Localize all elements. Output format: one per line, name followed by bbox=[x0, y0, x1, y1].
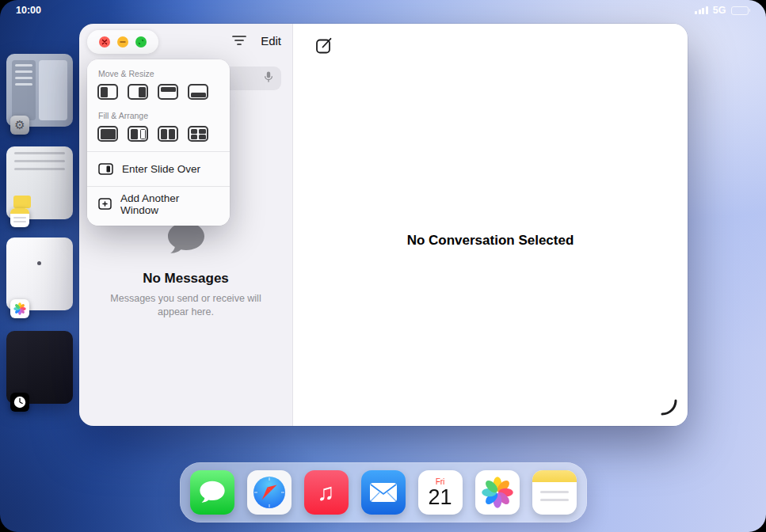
photos-flower-icon bbox=[10, 299, 29, 318]
dock-mail-icon[interactable] bbox=[361, 470, 406, 515]
sidebar-empty-state: No Messages Messages you send or receive… bbox=[79, 220, 292, 319]
window-resize-handle[interactable] bbox=[661, 399, 678, 420]
recent-app-clock[interactable] bbox=[6, 331, 73, 404]
window-controls-menu: Move & Resize Fill & Arrange Enter Slide… bbox=[87, 59, 230, 226]
network-type-label: 5G bbox=[713, 5, 726, 16]
conversation-area: No Conversation Selected bbox=[293, 24, 688, 426]
add-window-icon bbox=[98, 198, 112, 210]
recent-app-notes[interactable] bbox=[6, 146, 73, 219]
no-conversation-title: No Conversation Selected bbox=[293, 233, 688, 249]
status-indicators: 5G bbox=[695, 5, 750, 16]
dock-music-icon[interactable]: ♫ bbox=[304, 470, 349, 515]
battery-icon bbox=[731, 6, 751, 15]
move-resize-label: Move & Resize bbox=[87, 67, 230, 84]
move-resize-options bbox=[87, 84, 230, 109]
slide-over-icon bbox=[98, 163, 113, 175]
recent-app-settings[interactable]: ⚙ bbox=[6, 54, 73, 127]
settings-thumb-sidebar bbox=[12, 60, 36, 120]
dock-calendar-icon[interactable]: Fri 21 bbox=[418, 470, 463, 515]
dock-safari-icon[interactable] bbox=[247, 470, 292, 515]
four-grid-icon[interactable] bbox=[188, 126, 208, 142]
status-bar: 10:00 5G bbox=[0, 0, 766, 21]
music-note-glyph: ♫ bbox=[317, 481, 335, 504]
clock-icon bbox=[10, 393, 29, 412]
snap-right-half-icon[interactable] bbox=[128, 84, 148, 100]
no-messages-title: No Messages bbox=[79, 271, 292, 287]
settings-gear-icon: ⚙ bbox=[10, 116, 29, 135]
minimize-window-button[interactable] bbox=[117, 36, 128, 48]
filter-icon[interactable] bbox=[232, 35, 246, 49]
fill-arrange-options bbox=[87, 126, 230, 151]
calendar-day: 21 bbox=[428, 486, 452, 508]
microphone-icon[interactable] bbox=[262, 70, 275, 87]
speech-bubble-icon bbox=[166, 220, 207, 258]
no-messages-subtitle: Messages you send or receive will appear… bbox=[107, 292, 265, 319]
status-time: 10:00 bbox=[16, 5, 41, 16]
fill-arrange-label: Fill & Arrange bbox=[87, 109, 230, 126]
add-another-window-item[interactable]: Add Another Window bbox=[87, 187, 230, 221]
dock-photos-icon[interactable] bbox=[475, 470, 520, 515]
dock: ♫ Fri 21 bbox=[180, 462, 587, 522]
dock-messages-icon[interactable] bbox=[190, 470, 234, 515]
snap-left-half-icon[interactable] bbox=[97, 84, 118, 100]
signal-strength-icon bbox=[695, 6, 708, 14]
ipad-screen: 10:00 5G ⚙ bbox=[0, 0, 766, 532]
two-columns-icon[interactable] bbox=[158, 126, 178, 142]
split-left-icon[interactable] bbox=[128, 126, 148, 142]
enter-slide-over-item[interactable]: Enter Slide Over bbox=[87, 152, 230, 186]
compose-icon[interactable] bbox=[312, 33, 336, 57]
snap-bottom-half-icon[interactable] bbox=[188, 84, 208, 100]
recent-app-photos[interactable] bbox=[6, 238, 73, 310]
close-window-button[interactable] bbox=[99, 36, 110, 48]
edit-button[interactable]: Edit bbox=[261, 34, 281, 48]
fill-screen-icon[interactable] bbox=[97, 126, 118, 142]
resize-window-button[interactable] bbox=[135, 36, 147, 48]
dock-notes-icon[interactable] bbox=[532, 470, 577, 515]
snap-top-half-icon[interactable] bbox=[158, 84, 178, 100]
settings-thumb-panel bbox=[39, 60, 67, 120]
notes-icon bbox=[10, 208, 29, 227]
sidebar-toolbar: Edit bbox=[79, 24, 292, 60]
window-controls bbox=[87, 30, 158, 54]
